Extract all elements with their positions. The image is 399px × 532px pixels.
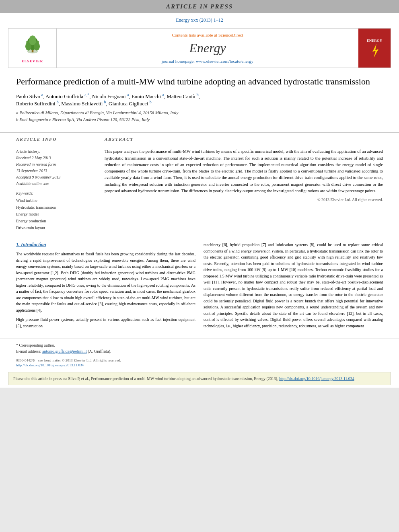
journal-box: ELSEVIER Contents lists available at Sci…: [8, 28, 391, 68]
keyword-5: Drive-train layout: [16, 224, 97, 231]
energy-logo-svg: ENERGY: [362, 34, 387, 62]
affiliations: a Politecnico di Milano, Dipartimento di…: [16, 109, 383, 123]
email-suffix: (A. Giuffrida).: [88, 349, 111, 353]
citation-doi-link[interactable]: http://dx.doi.org/10.1016/j.energy.2013.…: [279, 376, 354, 381]
keywords-list: Wind turbine Hydrostatic transmission En…: [16, 197, 97, 231]
sciencedirect-link-text[interactable]: ScienceDirect: [218, 33, 243, 37]
affiliation-b: b Enel Ingegneria e Ricerca SpA, Via And…: [16, 116, 383, 123]
received-date: Received 2 May 2013: [16, 155, 97, 161]
citation-bar: Please cite this article in press as: Si…: [8, 372, 391, 385]
info-abstract-section: ARTICLE INFO Article history: Received 2…: [0, 132, 399, 235]
homepage-url[interactable]: www.elsevier.com/locate/energy: [196, 59, 253, 64]
citation-text: Please cite this article in press as: Si…: [13, 376, 279, 381]
abstract-text: This paper analyzes the performance of m…: [105, 148, 383, 194]
abstract-divider: [105, 145, 383, 145]
article-info-column: ARTICLE INFO Article history: Received 2…: [16, 137, 97, 231]
keyword-1: Wind turbine: [16, 197, 97, 204]
main-content: 1. Introduction The worldwide request fo…: [0, 235, 399, 339]
contents-text: Contents lists available at: [172, 33, 217, 37]
intro-para2: High-pressure fluid power systems, actua…: [16, 316, 195, 329]
keyword-3: Energy model: [16, 211, 97, 218]
page: ARTICLE IN PRESS Energy xxx (2013) 1–12 …: [0, 0, 399, 388]
keywords-label: Keywords:: [16, 191, 97, 195]
info-divider: [16, 145, 97, 145]
introduction-heading: 1. Introduction: [16, 242, 195, 248]
doi-link[interactable]: http://dx.doi.org/10.1016/j.energy.2013.…: [16, 363, 383, 367]
article-history: Article history: Received 2 May 2013 Rec…: [16, 148, 97, 187]
elsevier-brand-text: ELSEVIER: [22, 59, 43, 63]
email-line: E-mail address: antonio.giuffrida@polimi…: [16, 348, 383, 354]
svg-point-5: [29, 35, 36, 45]
issn-text: 0360-5442/$ – see front matter © 2013 El…: [16, 358, 383, 362]
energy-logo-right: ENERGY: [358, 29, 391, 68]
email-link[interactable]: antonio.giuffrida@polimi.it: [42, 349, 87, 353]
journal-homepage: journal homepage: www.elsevier.com/locat…: [162, 59, 253, 64]
right-column: machinery [6], hybrid propulsion [7] and…: [204, 242, 383, 332]
accepted-date: Accepted 9 November 2013: [16, 174, 97, 181]
elsevier-tree-icon: [21, 33, 45, 58]
revised-date: 13 September 2013: [16, 168, 97, 174]
journal-name: Energy: [189, 41, 226, 55]
available-online: Available online xxx: [16, 181, 97, 187]
page-footer: 0360-5442/$ – see front matter © 2013 El…: [0, 356, 399, 370]
keyword-4: Energy production: [16, 218, 97, 224]
authors-line: Paolo Silva a, Antonio Giuffrida a,*, Ni…: [16, 92, 383, 107]
elsevier-logo-left: ELSEVIER: [8, 29, 57, 68]
homepage-label: journal homepage:: [162, 59, 196, 64]
journal-center-info: Contents lists available at ScienceDirec…: [57, 29, 358, 68]
energy-logo-inner: ENERGY: [361, 32, 388, 64]
article-title: Performance prediction of a multi-MW win…: [16, 76, 383, 88]
footnote-area: * Corresponding author. E-mail address: …: [0, 339, 399, 356]
left-column: 1. Introduction The worldwide request fo…: [16, 242, 195, 332]
keyword-2: Hydrostatic transmission: [16, 204, 97, 211]
banner-text: ARTICLE IN PRESS: [166, 3, 233, 10]
article-in-press-banner: ARTICLE IN PRESS: [0, 0, 399, 13]
svg-point-6: [26, 41, 29, 44]
svg-text:ENERGY: ENERGY: [367, 39, 383, 43]
email-label: E-mail address:: [16, 349, 41, 353]
revised-label: Received in revised form: [16, 161, 97, 168]
abstract-heading: ABSTRACT: [105, 137, 383, 142]
article-info-heading: ARTICLE INFO: [16, 137, 97, 142]
corresponding-author-note: * Corresponding author.: [16, 342, 383, 348]
right-para1: machinery [6], hybrid propulsion [7] and…: [204, 242, 383, 329]
intro-para1: The worldwide request for alternatives t…: [16, 251, 195, 313]
affiliation-a: a Politecnico di Milano, Dipartimento di…: [16, 109, 383, 116]
corresponding-label: * Corresponding author.: [16, 343, 55, 347]
article-title-area: Performance prediction of a multi-MW win…: [0, 68, 399, 128]
journal-header: Energy xxx (2013) 1–12: [0, 13, 399, 28]
sciencedirect-line: Contents lists available at ScienceDirec…: [172, 33, 243, 37]
history-label: Article history:: [16, 148, 97, 155]
authors-text: Paolo Silva a, Antonio Giuffrida a,*, Ni…: [16, 93, 200, 107]
copyright-line: © 2013 Elsevier Ltd. All rights reserved…: [105, 197, 383, 202]
journal-ref: Energy xxx (2013) 1–12: [8, 17, 391, 23]
svg-point-7: [36, 41, 39, 44]
abstract-column: ABSTRACT This paper analyzes the perform…: [105, 137, 383, 231]
